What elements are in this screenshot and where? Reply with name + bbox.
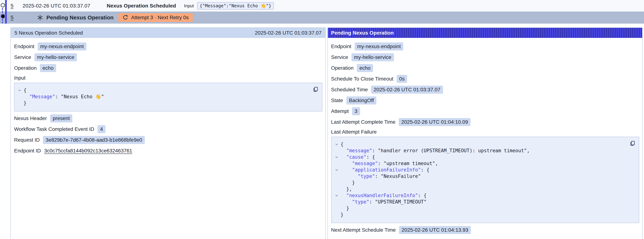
json-line-text: } [341, 180, 355, 186]
field-label: State [331, 98, 343, 104]
endpoint-id-row: Endpoint ID 3c0c75ccfa8144b092c13ce63246… [14, 147, 322, 155]
collapse-chevron-icon[interactable] [332, 194, 341, 198]
collapse-chevron-icon[interactable] [332, 142, 341, 146]
copy-button[interactable] [628, 140, 636, 147]
field-label: Endpoint [14, 44, 34, 50]
field-label: Service [331, 54, 348, 60]
event-row-scheduled[interactable]: 5 2025-02-26 UTC 01:03:37.07 Nexus Opera… [0, 0, 644, 12]
field-value-badge: 3 [352, 107, 360, 115]
field-label: Nexus Header [14, 116, 47, 121]
field-value-badge: my-nexus-endpoint [38, 42, 86, 50]
json-line: "message": "upstream timeout", [332, 160, 626, 167]
json-line-text: "Message": "Nexus Echo 👋" [24, 94, 104, 100]
copy-button[interactable] [312, 86, 319, 93]
event-title: Nexus Operation Scheduled [107, 3, 176, 9]
field-row: Last Attempt Complete Time 2025-02-26 UT… [331, 118, 640, 126]
field-row: Operation echo [14, 64, 322, 72]
failure-json-viewer: {"message": "handler error (UPSTREAM_TIM… [332, 141, 626, 218]
json-line-text: { [341, 141, 344, 148]
field-row: Endpoint my-nexus-endpoint [331, 42, 640, 50]
json-line-text: { [24, 87, 26, 94]
endpoint-id-link[interactable]: 3c0c75ccfa8144b092c13ce632463761 [44, 148, 132, 154]
copy-icon [312, 86, 318, 92]
field-value-badge: 0s [397, 75, 407, 83]
refresh-icon [122, 14, 128, 21]
field-label: Workflow Task Completed Event ID [14, 126, 94, 132]
field-value-badge: my-nexus-endpoint [354, 42, 403, 50]
json-line-text: } [341, 212, 344, 218]
json-line-text: "nexusHandlerFailureInfo": { [341, 192, 427, 199]
collapse-chevron-icon[interactable] [332, 155, 341, 159]
field-label: Endpoint ID [14, 148, 41, 154]
pending-asterisk-icon [36, 14, 44, 21]
field-label: Scheduled Time [331, 87, 368, 92]
event-input-chip[interactable]: {"Message":"Nexus Echo 👋"} [197, 2, 274, 10]
event-time: 2025-02-26 UTC 01:03:37.07 [23, 3, 90, 9]
json-line: "Message": "Nexus Echo 👋" [16, 94, 309, 100]
pending-panel-header: Pending Nexus Operation [328, 28, 642, 38]
scheduled-fields-top: Endpoint my-nexus-endpoint Service my-he… [14, 42, 322, 72]
field-row: Next Attempt Schedule Time 2025-02-26 UT… [331, 226, 640, 234]
scheduled-panel-header: 5 Nexus Operation Scheduled 2025-02-26 U… [11, 28, 325, 38]
pending-panel-body: Endpoint my-nexus-endpoint Service my-he… [328, 38, 642, 234]
copy-icon [629, 140, 635, 146]
field-value-badge: echo [357, 64, 373, 72]
field-value-badge: 4 [98, 125, 106, 133]
event-id-link[interactable]: 5 [10, 3, 14, 9]
panel-title: Pending Nexus Operation [331, 30, 394, 36]
json-line: { [332, 141, 626, 148]
field-label: Schedule To Close Timeout [331, 76, 394, 82]
field-value-badge: 2025-02-26 UTC 01:03:37.07 [371, 86, 443, 94]
collapse-chevron-icon[interactable] [332, 168, 341, 172]
field-label: Operation [14, 65, 36, 71]
json-line: "cause": { [332, 154, 626, 160]
field-value-badge: 2025-02-26 UTC 01:04:10.09 [399, 118, 470, 126]
field-value-badge: my-hello-service [34, 53, 77, 61]
json-line-text: "cause": { [341, 154, 375, 160]
workflow-history-screen: 5 2025-02-26 UTC 01:03:37.07 Nexus Opera… [0, 0, 644, 239]
input-json-block: {"Message": "Nexus Echo 👋"} [14, 83, 322, 112]
json-line: } [332, 180, 626, 186]
failure-section-label: Last Attempt Failure [331, 129, 640, 135]
scheduled-panel-body: Endpoint my-nexus-endpoint Service my-he… [11, 38, 325, 155]
failure-json-block: {"message": "handler error (UPSTREAM_TIM… [331, 137, 640, 223]
field-value-badge: BackingOff [346, 96, 376, 104]
field-row: Operation echo [331, 64, 640, 72]
scheduled-event-panel: 5 Nexus Operation Scheduled 2025-02-26 U… [10, 28, 326, 239]
json-line-text: } [24, 100, 26, 106]
json-line: "applicationFailureInfo": { [332, 167, 626, 173]
field-row: Scheduled Time 2025-02-26 UTC 01:03:37.0… [331, 86, 640, 94]
pending-id-link[interactable]: 5 [10, 15, 14, 20]
field-label: Last Attempt Complete Time [331, 119, 396, 125]
field-row: Endpoint my-nexus-endpoint [14, 42, 322, 50]
json-line-text: } [341, 205, 349, 212]
json-line: } [332, 205, 626, 212]
field-value-badge: present [50, 114, 72, 122]
json-line-text: "message": "upstream timeout", [341, 160, 438, 167]
field-row: Request ID 3e829b7e-7d67-4b08-aad3-b1e86… [14, 136, 322, 144]
json-line: "message": "handler error (UPSTREAM_TIME… [332, 148, 626, 154]
input-json-viewer: {"Message": "Nexus Echo 👋"} [16, 87, 309, 106]
json-line-text: "message": "handler error (UPSTREAM_TIME… [341, 148, 530, 154]
field-row: Schedule To Close Timeout 0s [331, 75, 640, 83]
panel-title: 5 Nexus Operation Scheduled [14, 30, 83, 36]
field-label: Request ID [14, 137, 40, 143]
json-line-text: "applicationFailureInfo": { [341, 167, 430, 173]
json-line: }, [332, 186, 626, 192]
field-row: Workflow Task Completed Event ID 4 [14, 125, 322, 133]
pending-title: Pending Nexus Operation [46, 14, 114, 21]
field-label: Operation [331, 65, 354, 71]
collapse-chevron-icon[interactable] [16, 88, 24, 92]
pending-fields-bottom: Next Attempt Schedule Time 2025-02-26 UT… [331, 226, 640, 234]
json-line: } [332, 212, 626, 218]
field-label: Endpoint [331, 44, 352, 50]
field-row: Nexus Header present [14, 114, 322, 122]
json-line: { [16, 87, 309, 94]
json-line-text: }, [341, 186, 352, 192]
event-row-pending[interactable]: 5 Pending Nexus Operation Attempt 3 · Ne… [0, 12, 644, 24]
retry-badge: Attempt 3 · Next Retry 0s [118, 13, 192, 22]
field-row: Service my-hello-service [14, 53, 322, 61]
json-line: "type": "NexusFailure" [332, 173, 626, 180]
field-value-badge: 2025-02-26 UTC 01:04:13.93 [399, 226, 471, 234]
retry-badge-label: Attempt 3 · Next Retry 0s [131, 15, 188, 20]
